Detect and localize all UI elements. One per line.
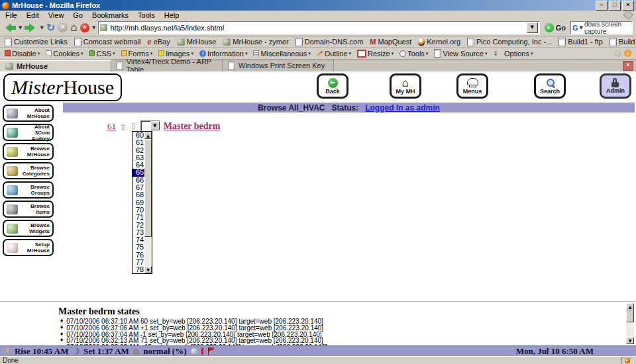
sidebar-browse-groups[interactable]: BrowseGroups (3, 181, 54, 199)
sidebar-browse-mrhouse[interactable]: BrowseMrHouse (3, 143, 54, 160)
menu-go[interactable]: Go (73, 11, 83, 19)
browser-status-bar: Done (0, 356, 636, 364)
devtool-view-source[interactable]: View Source▾ (434, 49, 487, 58)
devtool-information[interactable]: iInformation▾ (199, 50, 248, 58)
scrollbar-track[interactable] (144, 237, 152, 266)
devtool-options[interactable]: Options▾ (504, 50, 533, 58)
dropdown-scrollbar[interactable]: ▲ ▼ (144, 132, 152, 273)
reload-icon[interactable]: ↻ (46, 23, 55, 32)
url-bar[interactable]: http://mh.dlasys.net/ia5/index.shtml ▼ (98, 21, 539, 34)
page-icon (74, 38, 81, 46)
log-scrollbar[interactable]: ▲ ▼ (626, 303, 634, 344)
dropdown-option[interactable]: 71 (132, 214, 144, 221)
devtool-miscellaneous[interactable]: Miscellaneous▾ (253, 50, 310, 58)
home-icon[interactable]: ⌂ (70, 23, 78, 32)
menu-help[interactable]: Help (164, 11, 180, 19)
bookmark-mrhouse[interactable]: MrHouse (177, 38, 217, 46)
search-text[interactable]: dows screen capture (584, 21, 631, 35)
go-button[interactable]: ▸ Go (543, 23, 568, 32)
bookmark-pico-computing[interactable]: Pico Computing, Inc -... (467, 38, 552, 46)
forward-icon[interactable] (25, 23, 37, 32)
decrement-arrow-icon[interactable]: ⇩ (130, 122, 137, 131)
restore-button[interactable]: □ (609, 1, 621, 11)
search-button[interactable]: Search (534, 73, 566, 99)
scroll-up-icon[interactable]: ▲ (626, 303, 634, 310)
menus-button[interactable]: Menus (456, 73, 488, 99)
tab-bar: MrHouse Virtex4/Treck Demo - ARP Table W… (0, 60, 636, 72)
increment-arrow-icon[interactable]: ⇧ (119, 122, 127, 131)
page-icon (295, 38, 303, 46)
devtool-tools[interactable]: Tools▾ (399, 50, 428, 58)
google-search-icon[interactable]: G (572, 24, 578, 32)
sidebar-browse-items[interactable]: BrowseItems (3, 201, 54, 218)
devtool-css[interactable]: CSS▾ (89, 50, 115, 58)
sidebar-about-3com-audrey[interactable]: About3Com Audrey (3, 124, 54, 141)
search-input[interactable]: G ▼ dows screen capture (570, 21, 633, 34)
status-text: Done (3, 357, 19, 364)
tab-mrhouse[interactable]: MrHouse (0, 60, 111, 71)
admin-button[interactable]: Admin (600, 73, 631, 99)
url-history-dropdown-icon[interactable]: ▼ (527, 23, 538, 33)
bookmark-comcast-webmail[interactable]: Comcast webmail (74, 38, 141, 46)
devtool-cookies[interactable]: Cookies▾ (46, 50, 83, 58)
bookmark-mapquest[interactable]: MMapQuest (370, 38, 411, 46)
current-value-link[interactable]: 61 (107, 121, 116, 132)
menu-tools[interactable]: Tools (138, 11, 155, 19)
flag-icon[interactable] (207, 347, 215, 355)
bookmark-domain-dns[interactable]: Domain-DNS.com (295, 38, 364, 46)
bookmark-ebay[interactable]: eeBay (148, 38, 170, 46)
page-icon (5, 38, 12, 46)
extension-blocker-icon[interactable]: × (80, 23, 89, 32)
forward-dropdown-icon[interactable]: ▼ (40, 25, 43, 30)
devtool-images[interactable]: Images▾ (158, 50, 193, 58)
bookmark-build1-ftp[interactable]: Build1 - ftp (558, 38, 603, 46)
scroll-down-icon[interactable]: ▼ (144, 266, 152, 273)
stop-icon[interactable]: × (58, 23, 68, 32)
items-icon (7, 205, 18, 214)
scrollbar-thumb[interactable] (626, 310, 634, 322)
chef-hat-icon (467, 78, 478, 85)
widgets-icon (7, 224, 18, 234)
menu-view[interactable]: View (48, 11, 64, 19)
sidebar-setup-mrhouse[interactable]: SetupMrHouse (3, 239, 54, 256)
sidebar-browse-widgets[interactable]: BrowseWidgets (3, 220, 54, 237)
throbber-icon (623, 10, 634, 21)
sidebar-about-mrhouse[interactable]: AboutMrHouse (3, 105, 54, 122)
extension-dropdown-icon[interactable]: ▼ (92, 25, 95, 30)
scrollbar-thumb[interactable] (144, 139, 152, 237)
menu-file[interactable]: File (5, 11, 17, 19)
dropdown-option[interactable]: 68 (132, 191, 144, 199)
my-mh-button[interactable]: ⌂ My MH (390, 73, 421, 99)
bookmark-customize-links[interactable]: Customize Links (5, 38, 68, 46)
dropdown-option[interactable]: 61 (132, 139, 144, 146)
dropdown-option[interactable]: 78 (132, 266, 144, 273)
tab-windows-print-screen[interactable]: Windows Print Screen Key (223, 60, 334, 71)
scroll-up-icon[interactable]: ▲ (144, 132, 152, 139)
close-tab-button[interactable]: × (623, 61, 633, 71)
url-text[interactable]: http://mh.dlasys.net/ia5/index.shtml (110, 24, 224, 32)
back-dropdown-icon[interactable]: ▼ (19, 25, 22, 30)
bookmark-mrhouse-zymer[interactable]: MrHouse - zymer (223, 38, 288, 46)
sidebar-browse-categories[interactable]: BrowseCategories (3, 162, 54, 179)
minimize-button[interactable]: – (596, 1, 608, 11)
back-page-button[interactable]: ← Back (317, 73, 348, 99)
search-engine-dropdown-icon[interactable]: ▼ (580, 25, 583, 30)
globe-icon[interactable] (191, 348, 197, 355)
menu-bookmarks[interactable]: Bookmarks (92, 11, 129, 19)
tab-virtex4-treck[interactable]: Virtex4/Treck Demo - ARP Table (111, 60, 223, 71)
logged-in-link[interactable]: Logged In as admin (365, 103, 440, 113)
scrollbar-track[interactable] (626, 322, 634, 337)
page-icon (228, 62, 235, 70)
scroll-down-icon[interactable]: ▼ (626, 337, 634, 344)
bookmark-build1[interactable]: Build1 (610, 38, 636, 46)
devtool-disable[interactable]: Disable▾ (5, 50, 40, 58)
menu-edit[interactable]: Edit (26, 11, 39, 19)
devtool-resize[interactable]: Resize▾ (357, 50, 394, 58)
thermometer-icon[interactable] (201, 347, 203, 355)
back-icon[interactable] (3, 23, 16, 32)
devtool-forms[interactable]: Forms▾ (121, 50, 153, 58)
bookmark-kernel-org[interactable]: Kernel.org (418, 38, 460, 46)
combo-dropdown-icon[interactable]: ▼ (150, 121, 160, 130)
device-link[interactable]: Master bedrm (164, 121, 221, 132)
devtool-outline[interactable]: Outline▾ (317, 50, 351, 58)
